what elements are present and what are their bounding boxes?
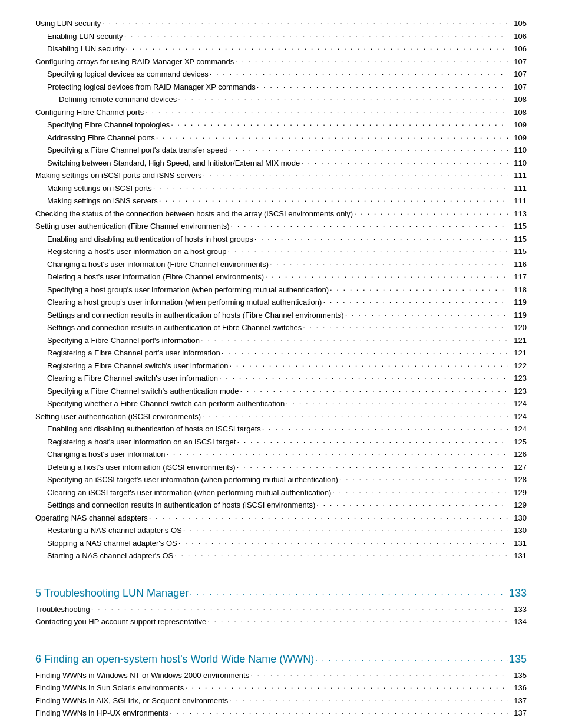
toc-sub-entry: Finding WWNs in HP-UX environments 137: [35, 707, 527, 719]
toc-entry-label: Operating NAS channel adapters: [35, 512, 148, 524]
toc-entry: Setting user authentication (iSCSI envir…: [35, 411, 527, 423]
toc-entry-page: 110: [509, 157, 527, 169]
toc-entry: Addressing Fibre Channel ports 109: [35, 132, 527, 144]
toc-entry-label: Restarting a NAS channel adapter's OS: [35, 525, 182, 536]
toc-entry-label: Specifying Fibre Channel topologies: [35, 119, 170, 131]
toc-entry-dots: [210, 67, 508, 78]
toc-entry-label: Switching between Standard, High Speed, …: [35, 157, 300, 169]
toc-entry: Enabling and disabling authentication of…: [35, 233, 527, 245]
toc-entry-dots: [153, 181, 508, 193]
toc-entry-page: 105: [509, 18, 527, 29]
toc-entry-page: 125: [509, 436, 527, 448]
toc-entry-page: 123: [509, 386, 527, 397]
toc-entry: Deleting a host's user information (Fibr…: [35, 271, 527, 283]
toc-entry-dots: [231, 219, 508, 230]
toc-entry-page: 107: [509, 68, 527, 80]
toc-entry: Defining remote command devices 108: [35, 94, 527, 106]
toc-entry-page: 124: [509, 423, 527, 435]
toc-entry-dots: [237, 460, 508, 472]
toc-sub-label: Finding WWNs in Sun Solaris environments: [35, 682, 184, 694]
toc-entry: Specifying whether a Fibre Channel switc…: [35, 398, 527, 410]
toc-entry-label: Configuring Fibre Channel ports: [35, 107, 144, 118]
toc-entry-label: Clearing a host group's user information…: [35, 297, 322, 308]
toc-entry-page: 128: [509, 474, 527, 486]
toc-entry-dots: [178, 536, 508, 548]
toc-entry-label: Specifying a Fibre Channel port's inform…: [35, 335, 200, 347]
chapter-dots: [190, 587, 508, 598]
chapter-title: 6 Finding an open-system host's World Wi…: [35, 651, 314, 667]
toc-entry: Enabling LUN security 106: [35, 31, 527, 42]
toc-entry: Specifying Fibre Channel topologies 109: [35, 119, 527, 131]
toc-sub-dots: [250, 668, 508, 680]
toc-entry-dots: [286, 396, 508, 408]
toc-entry-dots: [265, 269, 508, 281]
toc-entry-dots: [257, 80, 508, 91]
toc-entry-label: Checking the status of the connection be…: [35, 208, 353, 220]
toc-sub-entry: Finding WWNs in Windows NT or Windows 20…: [35, 670, 527, 681]
toc-entry: Clearing a host group's user information…: [35, 297, 527, 308]
toc-entry-page: 130: [509, 525, 527, 536]
toc-entry-label: Settings and connection results in authe…: [35, 499, 315, 511]
toc-entry-dots: [174, 548, 508, 560]
toc-entry-dots: [145, 105, 508, 117]
toc-sub-page: 133: [509, 604, 527, 615]
toc-entry-page: 107: [509, 56, 527, 68]
toc-entry: Enabling and disabling authentication of…: [35, 423, 527, 435]
toc-entry-dots: [219, 371, 508, 383]
toc-entry-label: Stopping a NAS channel adapter's OS: [35, 538, 177, 549]
toc-entry-label: Enabling and disabling authentication of…: [35, 233, 253, 245]
toc-entry-dots: [166, 447, 508, 459]
toc-entry-dots: [262, 421, 508, 433]
toc-sub-label: Finding WWNs in AIX, SGI Irix, or Sequen…: [35, 695, 228, 707]
toc-sub-entry: Finding WWNs in Sun Solaris environments…: [35, 682, 527, 694]
chapter-heading: 5 Troubleshooting LUN Manager 133: [35, 585, 527, 601]
toc-entry: Settings and connection results in authe…: [35, 322, 527, 334]
toc-entry-dots: [254, 232, 508, 243]
toc-entry: Starting a NAS channel adapter's OS 131: [35, 550, 527, 562]
toc-entry-page: 113: [509, 208, 527, 220]
toc-entry-page: 111: [509, 195, 527, 207]
toc-entry-dots: [202, 409, 508, 421]
toc-entry: Making settings on iSCSI ports 111: [35, 183, 527, 195]
toc-chapter-sections: 5 Troubleshooting LUN Manager 133 Troubl…: [35, 563, 527, 729]
toc-entry: Checking the status of the connection be…: [35, 208, 527, 220]
toc-sub-page: 135: [509, 670, 527, 681]
toc-entry-label: Configuring arrays for using RAID Manage…: [35, 56, 234, 68]
toc-entry-page: 115: [509, 233, 527, 245]
toc-entry-dots: [339, 472, 508, 484]
toc-regular-entries: Using LUN security 105 Enabling LUN secu…: [35, 18, 527, 562]
toc-entry-label: Making settings on iSCSI ports and iSNS …: [35, 170, 202, 182]
toc-entry-dots: [203, 168, 508, 180]
toc-entry-label: Registering a Fibre Channel port's user …: [35, 347, 220, 359]
chapter-page: 133: [509, 585, 527, 601]
toc-entry-dots: [222, 345, 508, 357]
toc-entry-page: 130: [509, 512, 527, 524]
toc-entry-label: Changing a host's user information (Fibr…: [35, 259, 269, 271]
toc-entry-label: Specifying whether a Fibre Channel switc…: [35, 398, 285, 410]
toc-entry: Registering a host's user information on…: [35, 436, 527, 448]
toc-container: Using LUN security 105 Enabling LUN secu…: [35, 18, 527, 728]
toc-entry-dots: [270, 257, 508, 269]
toc-entry: Specifying a Fibre Channel port's inform…: [35, 335, 527, 347]
toc-entry-page: 129: [509, 499, 527, 511]
toc-sub-page: 136: [509, 682, 527, 694]
toc-entry-dots: [303, 320, 508, 332]
toc-entry-page: 129: [509, 487, 527, 499]
toc-sub-label: Finding WWNs in HP-UX environments: [35, 707, 168, 719]
chapter-dots: [315, 653, 508, 664]
toc-entry-dots: [159, 193, 508, 205]
toc-entry-label: Disabling LUN security: [35, 43, 125, 55]
toc-entry: Operating NAS channel adapters 130: [35, 512, 527, 524]
toc-entry-label: Deleting a host's user information (iSCS…: [35, 462, 236, 473]
toc-entry-dots: [240, 384, 508, 396]
toc-entry: Setting user authentication (Fibre Chann…: [35, 220, 527, 232]
toc-sub-dots: [91, 602, 508, 614]
toc-entry-label: Clearing a Fibre Channel switch's user i…: [35, 373, 218, 384]
toc-entry-label: Registering a host's user information on…: [35, 436, 236, 448]
toc-entry-page: 124: [509, 398, 527, 410]
toc-entry: Clearing a Fibre Channel switch's user i…: [35, 373, 527, 384]
toc-entry: Registering a Fibre Channel switch's use…: [35, 360, 527, 372]
toc-entry-page: 127: [509, 462, 527, 473]
toc-entry-label: Clearing an iSCSI target's user informat…: [35, 487, 331, 499]
toc-sub-entry: Contacting you HP account support repres…: [35, 616, 527, 628]
